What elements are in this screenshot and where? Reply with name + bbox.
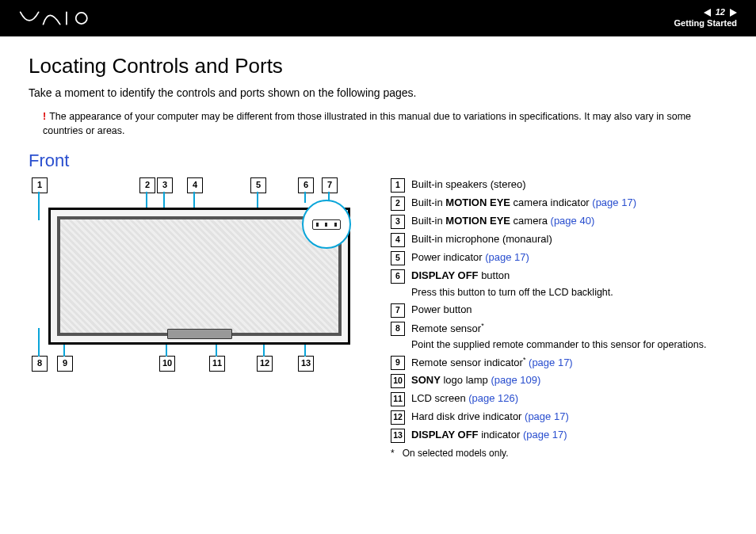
legend-item-11: LCD screen (page 126) <box>411 391 518 406</box>
legend-item-12: Hard disk drive indicator (page 17) <box>411 410 569 424</box>
content: Locating Controls and Ports Take a momen… <box>0 36 756 459</box>
legend-item-13: DISPLAY OFF indicator (page 17) <box>411 428 567 442</box>
legend-item-8: Remote sensor* <box>411 321 484 336</box>
page-title: Locating Controls and Ports <box>29 54 727 78</box>
page-link[interactable]: (page 17) <box>485 251 529 263</box>
warning-note: !The appearance of your computer may be … <box>43 110 727 138</box>
callout-10: 10 <box>159 356 175 372</box>
footnote: *On selected models only. <box>391 448 727 459</box>
legend-item-7: Power button <box>411 303 472 317</box>
callout-12: 12 <box>257 356 273 372</box>
header-right: 12 Getting Started <box>674 7 737 29</box>
page-link[interactable]: (page 109) <box>491 374 540 386</box>
vaio-logo <box>13 10 100 26</box>
callout-5: 5 <box>250 177 266 193</box>
next-page-arrow[interactable] <box>730 9 737 17</box>
legend-item-2: Built-in MOTION EYE camera indicator (pa… <box>411 196 636 210</box>
page-link[interactable]: (page 17) <box>523 429 567 441</box>
page-number: 12 <box>716 7 725 18</box>
intro-text: Take a moment to identify the controls a… <box>29 86 727 99</box>
legend-item-1: Built-in speakers (stereo) <box>411 177 526 192</box>
zoom-detail <box>302 200 351 249</box>
callout-9: 9 <box>57 356 73 372</box>
warning-icon: ! <box>43 111 46 122</box>
pager: 12 <box>674 7 737 18</box>
callout-4: 4 <box>187 177 203 193</box>
legend-item-4: Built-in microphone (monaural) <box>411 232 552 246</box>
header-bar: 12 Getting Started <box>0 0 756 36</box>
legend-item-5: Power indicator (page 17) <box>411 250 529 265</box>
callout-11: 11 <box>209 356 225 372</box>
sony-logo-lamp <box>167 329 232 339</box>
callout-7: 7 <box>322 177 338 193</box>
legend-item-6-sub: Press this button to turn off the LCD ba… <box>411 287 727 298</box>
prev-page-arrow[interactable] <box>704 9 711 17</box>
page-link[interactable]: (page 17) <box>529 357 573 368</box>
page-link[interactable]: (page 17) <box>592 196 636 208</box>
page-link[interactable]: (page 40) <box>551 215 595 227</box>
callout-2: 2 <box>139 177 155 193</box>
figure: 1 2 3 4 5 6 7 8 9 10 11 12 13 <box>29 177 365 459</box>
subheading-front: Front <box>29 151 727 171</box>
page-link[interactable]: (page 17) <box>525 410 569 422</box>
legend-item-10: SONY logo lamp (page 109) <box>411 373 540 387</box>
callout-13: 13 <box>298 356 314 372</box>
callout-8: 8 <box>32 356 48 372</box>
callout-3: 3 <box>157 177 173 193</box>
page-link[interactable]: (page 126) <box>468 392 518 404</box>
svg-point-1 <box>76 13 87 24</box>
legend-item-8-sub: Point the supplied remote commander to t… <box>411 339 727 350</box>
warning-text: The appearance of your computer may be d… <box>43 111 691 136</box>
legend-item-3: Built-in MOTION EYE camera (page 40) <box>411 214 594 228</box>
legend: 1Built-in speakers (stereo) 2Built-in MO… <box>391 177 727 459</box>
callout-6: 6 <box>298 177 314 193</box>
section-label: Getting Started <box>674 18 737 29</box>
callout-1: 1 <box>32 177 48 193</box>
legend-item-9: Remote sensor indicator* (page 17) <box>411 355 573 370</box>
legend-item-6: DISPLAY OFF button <box>411 269 510 283</box>
